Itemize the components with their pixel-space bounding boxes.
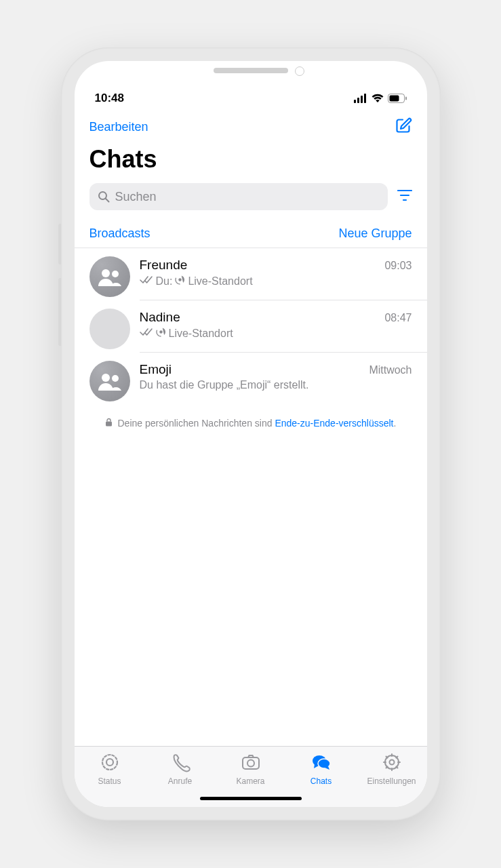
- avatar: [89, 256, 130, 297]
- chat-message: Du:Live-Standort: [140, 275, 412, 288]
- status-bar: 10:48: [75, 88, 427, 108]
- notch-area: [75, 61, 427, 88]
- chat-time: 09:03: [384, 260, 412, 272]
- svg-rect-2: [361, 96, 363, 103]
- chat-name: Nadine: [140, 310, 180, 325]
- chat-row[interactable]: EmojiMittwochDu hast die Gruppe „Emoji“ …: [75, 353, 427, 403]
- svg-point-19: [102, 755, 117, 770]
- search-placeholder: Suchen: [115, 190, 157, 204]
- chats-icon: [311, 752, 332, 774]
- message-text: Du hast die Gruppe „Emoji“ erstellt.: [140, 379, 309, 391]
- encryption-note: Deine persönlichen Nachrichten sind Ende…: [75, 403, 427, 444]
- svg-point-20: [106, 759, 113, 766]
- message-text: Live-Standort: [188, 275, 252, 288]
- edit-button[interactable]: Bearbeiten: [89, 120, 148, 134]
- camera-icon: [241, 752, 261, 774]
- chat-body: EmojiMittwochDu hast die Gruppe „Emoji“ …: [140, 361, 427, 403]
- tab-label: Einstellungen: [367, 776, 416, 786]
- chat-row[interactable]: Nadine08:47Live-Standort: [75, 300, 427, 353]
- message-prefix: Du:: [156, 275, 173, 288]
- lock-icon: [105, 418, 115, 429]
- svg-point-17: [112, 375, 119, 382]
- live-location-icon: [156, 327, 166, 340]
- encryption-link[interactable]: Ende-zu-Ende-verschlüsselt: [275, 418, 393, 429]
- status-indicators: [354, 94, 407, 103]
- broadcasts-link[interactable]: Broadcasts: [89, 226, 151, 241]
- status-time: 10:48: [95, 92, 124, 105]
- tab-label: Kamera: [236, 776, 264, 786]
- svg-point-13: [112, 271, 119, 277]
- svg-point-14: [179, 278, 182, 281]
- new-group-link[interactable]: Neue Gruppe: [338, 226, 412, 241]
- svg-point-12: [102, 269, 110, 277]
- avatar: [89, 309, 130, 349]
- title-row: Chats: [75, 141, 427, 180]
- svg-rect-5: [389, 96, 399, 102]
- read-ticks-icon: [140, 275, 153, 288]
- svg-line-8: [106, 199, 109, 202]
- message-text: Live-Standort: [169, 328, 233, 340]
- avatar: [89, 361, 130, 401]
- lists-row: Broadcasts Neue Gruppe: [75, 214, 427, 248]
- tab-label: Anrufe: [168, 776, 192, 786]
- calls-icon: [170, 752, 191, 774]
- svg-rect-3: [364, 94, 366, 103]
- chat-message: Du hast die Gruppe „Emoji“ erstellt.: [140, 379, 412, 391]
- tab-label: Chats: [310, 776, 332, 786]
- encryption-text1: Deine persönlichen Nachrichten sind: [117, 418, 275, 429]
- chat-message: Live-Standort: [140, 327, 412, 340]
- status-icon: [100, 752, 120, 774]
- chat-body: Freunde09:03Du:Live-Standort: [140, 256, 427, 300]
- svg-point-26: [389, 760, 394, 765]
- notch: [214, 68, 288, 73]
- signal-icon: [354, 94, 367, 103]
- filter-icon[interactable]: [397, 189, 412, 204]
- page-title: Chats: [89, 145, 412, 174]
- wifi-icon: [372, 94, 384, 103]
- tab-einstellungen[interactable]: Einstellungen: [357, 752, 427, 807]
- chat-time: Mittwoch: [369, 364, 412, 376]
- settings-icon: [382, 752, 402, 774]
- chat-name: Freunde: [140, 258, 188, 273]
- svg-rect-0: [354, 100, 356, 103]
- live-location-icon: [175, 275, 185, 288]
- compose-icon[interactable]: [395, 117, 412, 137]
- svg-rect-1: [357, 98, 359, 103]
- chat-time: 08:47: [384, 312, 412, 324]
- encryption-text2: .: [394, 418, 397, 429]
- tab-status[interactable]: Status: [75, 752, 145, 807]
- svg-point-15: [159, 330, 162, 333]
- home-indicator: [200, 797, 302, 800]
- tab-label: Status: [98, 776, 121, 786]
- search-icon: [98, 191, 110, 203]
- chat-row[interactable]: Freunde09:03Du:Live-Standort: [75, 248, 427, 300]
- chat-list: Freunde09:03Du:Live-StandortNadine08:47L…: [75, 248, 427, 403]
- screen: 10:48 Bearbeiten Chats Suchen: [75, 61, 427, 807]
- svg-point-22: [247, 760, 254, 767]
- read-ticks-icon: [140, 328, 153, 340]
- svg-point-16: [102, 374, 110, 382]
- svg-rect-6: [405, 97, 407, 100]
- search-row: Suchen: [75, 180, 427, 214]
- svg-rect-18: [106, 422, 112, 427]
- battery-icon: [388, 94, 407, 103]
- search-input[interactable]: Suchen: [89, 183, 388, 210]
- chat-name: Emoji: [140, 362, 172, 377]
- chat-body: Nadine08:47Live-Standort: [140, 309, 427, 353]
- spacer: [75, 444, 427, 746]
- phone-frame: 10:48 Bearbeiten Chats Suchen: [61, 47, 441, 821]
- nav-bar: Bearbeiten: [75, 108, 427, 141]
